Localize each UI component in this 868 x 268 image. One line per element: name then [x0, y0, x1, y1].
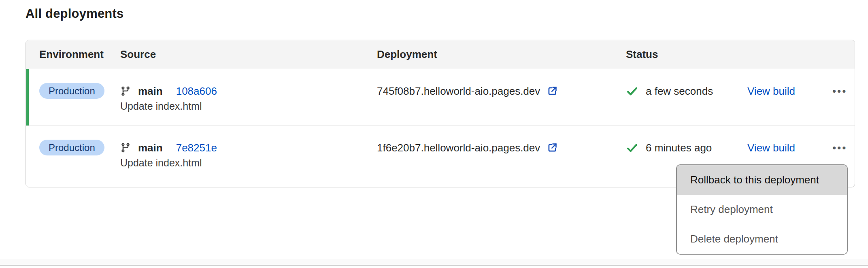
status-cell: a few seconds — [626, 69, 747, 99]
header-status: Status — [626, 48, 747, 61]
header-environment: Environment — [39, 48, 120, 61]
menu-item-rollback[interactable]: Rollback to this deployment — [677, 165, 847, 195]
deployment-cell: 745f08b7.helloworld-aio.pages.dev — [377, 69, 626, 99]
external-link-icon[interactable] — [546, 85, 558, 97]
section-divider — [0, 259, 868, 266]
source-cell: main 7e8251e Update index.html — [120, 126, 377, 170]
deployment-cell: 1f6e20b7.helloworld-aio.pages.dev — [377, 126, 626, 156]
ellipsis-menu-button[interactable]: ••• — [829, 83, 850, 99]
check-icon — [626, 85, 638, 98]
commit-message: Update index.html — [120, 155, 377, 170]
current-deployment-indicator — [26, 69, 29, 125]
deployment-url: 745f08b7.helloworld-aio.pages.dev — [377, 85, 540, 98]
actions-cell: ••• — [824, 126, 855, 156]
branch-name: main — [138, 142, 163, 154]
external-link-icon[interactable] — [546, 142, 558, 154]
actions-cell: ••• — [824, 69, 855, 99]
environment-badge: Production — [39, 140, 104, 155]
commit-message: Update index.html — [120, 98, 377, 114]
menu-item-retry[interactable]: Retry deployment — [677, 195, 847, 224]
view-build-link[interactable]: View build — [747, 142, 795, 154]
view-build-cell: View build — [747, 126, 824, 156]
git-branch-icon — [120, 142, 131, 153]
branch-name: main — [138, 85, 163, 98]
environment-cell: Production — [39, 69, 120, 99]
table-row: Production main 108a606 Update index.htm… — [26, 69, 855, 126]
menu-item-delete[interactable]: Delete deployment — [677, 224, 847, 254]
header-source: Source — [120, 48, 377, 61]
commit-link[interactable]: 108a606 — [176, 85, 217, 98]
header-deployment: Deployment — [377, 48, 626, 61]
commit-link[interactable]: 7e8251e — [176, 142, 217, 154]
environment-badge: Production — [39, 83, 104, 99]
deployment-url: 1f6e20b7.helloworld-aio.pages.dev — [377, 142, 540, 154]
ellipsis-menu-button[interactable]: ••• — [829, 140, 850, 156]
environment-cell: Production — [39, 126, 120, 155]
status-time: a few seconds — [646, 85, 713, 98]
git-branch-icon — [120, 85, 131, 97]
check-icon — [626, 142, 638, 154]
page-title: All deployments — [26, 6, 123, 21]
view-build-link[interactable]: View build — [747, 85, 795, 98]
status-time: 6 minutes ago — [646, 142, 712, 154]
view-build-cell: View build — [747, 69, 824, 99]
table-header-row: Environment Source Deployment Status — [26, 40, 855, 69]
source-cell: main 108a606 Update index.html — [120, 69, 377, 114]
context-menu: Rollback to this deployment Retry deploy… — [676, 164, 848, 255]
status-cell: 6 minutes ago — [626, 126, 747, 156]
